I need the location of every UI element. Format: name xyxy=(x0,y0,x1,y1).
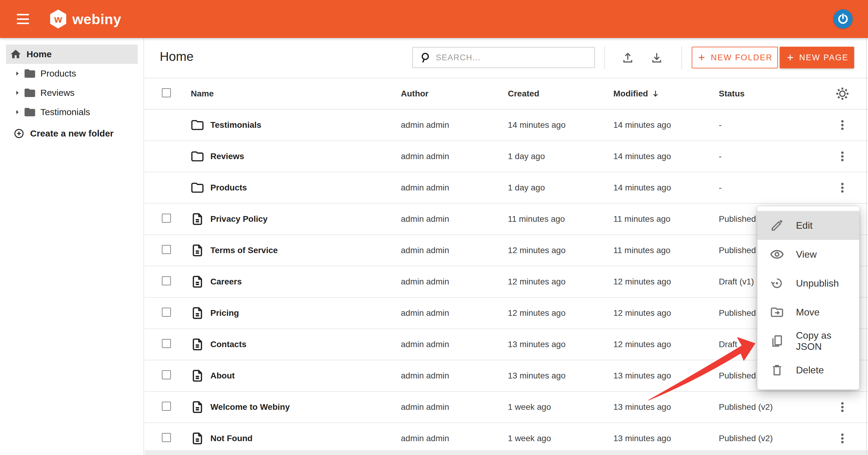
context-menu-item-copy-as-json[interactable]: Copy as JSON xyxy=(757,327,859,356)
row-author: admin admin xyxy=(401,214,508,224)
sidebar-home-label: Home xyxy=(27,49,52,59)
table-row[interactable]: Testimonials admin admin 14 minutes ago … xyxy=(145,110,868,141)
row-checkbox[interactable] xyxy=(162,402,171,411)
column-header-author[interactable]: Author xyxy=(401,89,508,99)
row-author: admin admin xyxy=(401,433,508,443)
page-icon xyxy=(191,275,204,288)
context-menu-item-label: Delete xyxy=(796,365,824,376)
sidebar-folder-label: Reviews xyxy=(40,88,74,98)
row-modified: 12 minutes ago xyxy=(613,308,719,318)
context-menu-item-edit[interactable]: Edit xyxy=(757,211,859,240)
kebab-menu-icon[interactable] xyxy=(836,432,848,445)
row-name: Testimonials xyxy=(210,120,401,130)
kebab-menu-icon[interactable] xyxy=(836,150,848,162)
row-created: 12 minutes ago xyxy=(508,246,613,255)
row-status: - xyxy=(719,152,826,161)
gravatar-power-icon xyxy=(837,13,849,25)
row-checkbox[interactable] xyxy=(162,276,171,285)
new-folder-button[interactable]: NEW FOLDER xyxy=(692,47,778,68)
row-name: About xyxy=(210,371,401,381)
new-page-button[interactable]: NEW PAGE xyxy=(780,47,854,68)
context-menu-item-view[interactable]: View xyxy=(757,240,859,269)
create-new-folder-button[interactable]: Create a new folder xyxy=(0,124,144,143)
edit-icon xyxy=(770,219,784,232)
folder-icon xyxy=(191,119,204,132)
row-modified: 12 minutes ago xyxy=(613,339,719,349)
toolbar-divider xyxy=(681,46,682,69)
table-header-row: Name Author Created Modified Status xyxy=(145,78,868,110)
import-button[interactable] xyxy=(618,48,637,67)
copy-icon xyxy=(770,334,784,348)
svg-text:w: w xyxy=(54,13,62,25)
row-modified: 14 minutes ago xyxy=(613,183,719,193)
view-icon xyxy=(770,248,784,261)
row-author: admin admin xyxy=(401,277,508,287)
column-header-modified[interactable]: Modified xyxy=(613,89,719,99)
search-input[interactable] xyxy=(436,53,591,62)
row-name: Not Found xyxy=(210,433,401,443)
row-checkbox[interactable] xyxy=(162,307,171,317)
caret-right-icon[interactable] xyxy=(14,90,21,96)
user-avatar[interactable] xyxy=(833,9,852,29)
row-modified: 14 minutes ago xyxy=(613,120,719,130)
table-row[interactable]: Reviews admin admin 1 day ago 14 minutes… xyxy=(145,141,868,172)
row-modified: 14 minutes ago xyxy=(613,152,719,161)
table-row[interactable]: Products admin admin 1 day ago 14 minute… xyxy=(145,172,868,204)
row-checkbox[interactable] xyxy=(162,370,171,379)
table-row[interactable]: Not Found admin admin 1 week ago 13 minu… xyxy=(145,423,868,454)
column-header-status[interactable]: Status xyxy=(719,89,826,99)
row-name: Contacts xyxy=(210,339,401,349)
row-checkbox[interactable] xyxy=(162,433,171,442)
column-header-created[interactable]: Created xyxy=(508,89,613,99)
search-box xyxy=(412,47,595,68)
top-app-bar: w webiny xyxy=(0,0,868,38)
kebab-menu-icon[interactable] xyxy=(836,119,848,131)
scrollbar-track[interactable] xyxy=(866,38,867,455)
sidebar-item-home[interactable]: Home xyxy=(6,44,138,64)
select-all-checkbox[interactable] xyxy=(162,88,171,97)
row-created: 12 minutes ago xyxy=(508,308,613,318)
context-menu-item-delete[interactable]: Delete xyxy=(757,356,859,385)
row-checkbox[interactable] xyxy=(162,245,171,254)
kebab-menu-icon[interactable] xyxy=(836,182,848,194)
context-menu-item-move[interactable]: Move xyxy=(757,298,859,327)
row-status: - xyxy=(719,183,826,193)
sort-descending-icon xyxy=(651,89,660,98)
table-row[interactable]: Welcome to Webiny admin admin 1 week ago… xyxy=(145,392,868,423)
row-author: admin admin xyxy=(401,339,508,349)
webiny-logo: w webiny xyxy=(49,9,121,29)
sidebar-folder-item[interactable]: Reviews xyxy=(0,83,144,102)
sidebar-folder-item[interactable]: Products xyxy=(0,64,144,83)
row-author: admin admin xyxy=(401,183,508,193)
hamburger-menu-icon[interactable] xyxy=(17,14,29,24)
home-icon xyxy=(10,48,22,60)
row-context-menu: Edit View Unpublish Move Copy as JSON De… xyxy=(757,206,859,390)
row-status: Published (v2) xyxy=(719,402,826,412)
row-modified: 13 minutes ago xyxy=(613,371,719,381)
move-icon xyxy=(770,305,784,319)
row-checkbox[interactable] xyxy=(162,214,171,223)
sidebar-folder-label: Testimonials xyxy=(40,107,90,117)
settings-gear-icon[interactable] xyxy=(835,87,849,101)
row-name: Welcome to Webiny xyxy=(210,402,401,412)
row-created: 1 week ago xyxy=(508,402,613,412)
plus-icon xyxy=(785,53,795,62)
column-header-name[interactable]: Name xyxy=(191,89,401,99)
delete-icon xyxy=(770,363,784,377)
row-name: Pricing xyxy=(210,308,401,318)
folder-tree-sidebar: Home Products Reviews Testimonials Creat… xyxy=(0,38,144,455)
row-checkbox[interactable] xyxy=(162,339,171,348)
sidebar-folder-item[interactable]: Testimonials xyxy=(0,102,144,122)
row-author: admin admin xyxy=(401,402,508,412)
row-modified: 11 minutes ago xyxy=(613,246,719,255)
row-name: Reviews xyxy=(210,152,401,161)
row-created: 11 minutes ago xyxy=(508,214,613,224)
caret-right-icon[interactable] xyxy=(14,109,21,116)
caret-right-icon[interactable] xyxy=(14,70,21,77)
export-button[interactable] xyxy=(647,48,666,67)
kebab-menu-icon[interactable] xyxy=(836,401,848,413)
row-author: admin admin xyxy=(401,152,508,161)
context-menu-item-label: Copy as JSON xyxy=(796,330,859,352)
context-menu-item-unpublish[interactable]: Unpublish xyxy=(757,269,859,298)
content-header: Home NEW FOLDER NEW PAGE xyxy=(145,38,868,78)
